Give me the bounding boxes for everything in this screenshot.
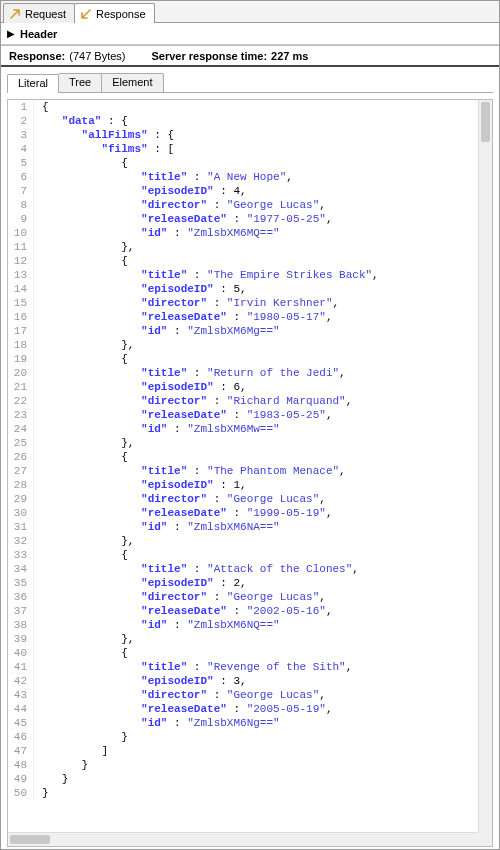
code-text: {	[34, 548, 128, 562]
code-line: 37 "releaseDate" : "2002-05-16",	[8, 604, 478, 618]
code-text: "releaseDate" : "1980-05-17",	[34, 310, 333, 324]
code-text: "director" : "George Lucas",	[34, 492, 326, 506]
code-line: 36 "director" : "George Lucas",	[8, 590, 478, 604]
code-text: "title" : "The Phantom Menace",	[34, 464, 346, 478]
line-number: 12	[8, 254, 34, 268]
code-text: },	[34, 338, 134, 352]
code-line: 41 "title" : "Revenge of the Sith",	[8, 660, 478, 674]
arrow-down-left-icon	[79, 7, 93, 21]
code-line: 26 {	[8, 450, 478, 464]
vertical-scrollbar[interactable]	[478, 100, 492, 832]
response-size: (747 Bytes)	[69, 50, 125, 62]
code-text: "releaseDate" : "1977-05-25",	[34, 212, 333, 226]
code-text: "id" : "ZmlsbXM6Ng=="	[34, 716, 280, 730]
code-line: 31 "id" : "ZmlsbXM6NA=="	[8, 520, 478, 534]
code-line: 12 {	[8, 254, 478, 268]
line-number: 45	[8, 716, 34, 730]
tab-response[interactable]: Response	[74, 3, 155, 23]
line-number: 3	[8, 128, 34, 142]
code-text: "id" : "ZmlsbXM6NQ=="	[34, 618, 280, 632]
line-number: 48	[8, 758, 34, 772]
line-number: 25	[8, 436, 34, 450]
code-viewer: 1{2 "data" : {3 "allFilms" : {4 "films" …	[7, 99, 493, 847]
code-text: "id" : "ZmlsbXM6Mg=="	[34, 324, 280, 338]
code-line: 40 {	[8, 646, 478, 660]
line-number: 22	[8, 394, 34, 408]
code-line: 38 "id" : "ZmlsbXM6NQ=="	[8, 618, 478, 632]
code-line: 11 },	[8, 240, 478, 254]
top-tabs: Request Response	[1, 1, 499, 23]
server-time-value: 227 ms	[271, 50, 308, 62]
code-text: "title" : "Return of the Jedi",	[34, 366, 346, 380]
tab-tree[interactable]: Tree	[58, 73, 102, 92]
horizontal-scrollbar[interactable]	[8, 832, 478, 846]
line-number: 1	[8, 100, 34, 114]
code-text: "director" : "George Lucas",	[34, 688, 326, 702]
header-toggle[interactable]: ▶ Header	[1, 23, 499, 45]
line-number: 49	[8, 772, 34, 786]
scrollbar-thumb[interactable]	[10, 835, 50, 844]
code-line: 1{	[8, 100, 478, 114]
code-text: {	[34, 100, 49, 114]
line-number: 10	[8, 226, 34, 240]
code-line: 33 {	[8, 548, 478, 562]
tab-element[interactable]: Element	[101, 73, 163, 92]
code-text: }	[34, 758, 88, 772]
tab-request[interactable]: Request	[3, 3, 75, 23]
line-number: 42	[8, 674, 34, 688]
line-number: 20	[8, 366, 34, 380]
scrollbar-thumb[interactable]	[481, 102, 490, 142]
line-number: 6	[8, 170, 34, 184]
code-text: "director" : "George Lucas",	[34, 198, 326, 212]
code-text: }	[34, 786, 49, 800]
code-line: 23 "releaseDate" : "1983-05-25",	[8, 408, 478, 422]
line-number: 38	[8, 618, 34, 632]
line-number: 19	[8, 352, 34, 366]
line-number: 18	[8, 338, 34, 352]
tab-literal[interactable]: Literal	[7, 74, 59, 93]
code-text: "episodeID" : 2,	[34, 576, 247, 590]
code-text: "title" : "Revenge of the Sith",	[34, 660, 352, 674]
code-line: 49 }	[8, 772, 478, 786]
code-line: 46 }	[8, 730, 478, 744]
code-text: {	[34, 156, 128, 170]
code-text: "episodeID" : 3,	[34, 674, 247, 688]
code-line: 17 "id" : "ZmlsbXM6Mg=="	[8, 324, 478, 338]
header-label: Header	[20, 28, 57, 40]
line-number: 16	[8, 310, 34, 324]
line-number: 23	[8, 408, 34, 422]
line-number: 46	[8, 730, 34, 744]
code-text: "allFilms" : {	[34, 128, 174, 142]
code-line: 32 },	[8, 534, 478, 548]
line-number: 40	[8, 646, 34, 660]
code-line: 19 {	[8, 352, 478, 366]
code-text: "episodeID" : 6,	[34, 380, 247, 394]
line-number: 9	[8, 212, 34, 226]
code-line: 44 "releaseDate" : "2005-05-19",	[8, 702, 478, 716]
line-number: 35	[8, 576, 34, 590]
line-number: 37	[8, 604, 34, 618]
code-line: 45 "id" : "ZmlsbXM6Ng=="	[8, 716, 478, 730]
line-number: 33	[8, 548, 34, 562]
line-number: 2	[8, 114, 34, 128]
code-text: "films" : [	[34, 142, 174, 156]
code-body[interactable]: 1{2 "data" : {3 "allFilms" : {4 "films" …	[8, 100, 478, 832]
code-text: "data" : {	[34, 114, 128, 128]
code-text: "title" : "The Empire Strikes Back",	[34, 268, 379, 282]
code-line: 24 "id" : "ZmlsbXM6Mw=="	[8, 422, 478, 436]
chevron-right-icon: ▶	[7, 28, 15, 39]
code-line: 39 },	[8, 632, 478, 646]
code-line: 28 "episodeID" : 1,	[8, 478, 478, 492]
code-text: },	[34, 240, 134, 254]
code-line: 21 "episodeID" : 6,	[8, 380, 478, 394]
code-text: "title" : "Attack of the Clones",	[34, 562, 359, 576]
line-number: 30	[8, 506, 34, 520]
code-line: 8 "director" : "George Lucas",	[8, 198, 478, 212]
code-text: }	[34, 772, 68, 786]
response-label: Response:	[9, 50, 65, 62]
tab-response-label: Response	[96, 8, 146, 20]
code-text: "id" : "ZmlsbXM6NA=="	[34, 520, 280, 534]
code-text: {	[34, 646, 128, 660]
line-number: 27	[8, 464, 34, 478]
arrow-up-right-icon	[8, 7, 22, 21]
